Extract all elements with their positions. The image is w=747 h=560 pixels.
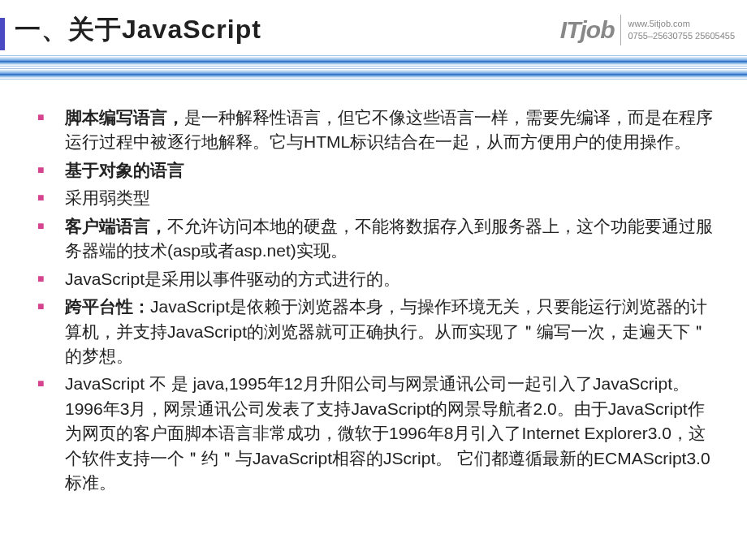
list-item: 跨平台性：JavaScript是依赖于浏览器本身，与操作环境无关，只要能运行浏览… [65, 295, 715, 368]
list-item: 采用弱类型 [65, 186, 715, 210]
bullet-text: 采用弱类型 [65, 188, 150, 207]
brand-logo: ITjob [560, 16, 615, 44]
bullet-text: JavaScript是依赖于浏览器本身，与操作环境无关，只要能运行浏览器的计算机… [65, 297, 707, 365]
bullet-lead: 脚本编写语言， [65, 108, 184, 127]
brand-phone: 0755–25630755 25605455 [628, 30, 735, 42]
decorative-bar-2 [0, 68, 747, 80]
bullet-lead: 基于对象的语言 [65, 161, 184, 179]
list-item: 脚本编写语言，是一种解释性语言，但它不像这些语言一样，需要先编译，而是在程序运行… [65, 106, 715, 155]
bullet-text: JavaScript 不 是 java,1995年12月升阳公司与网景通讯公司一… [65, 374, 710, 492]
brand-contact: www.5itjob.com 0755–25630755 25605455 [628, 18, 735, 43]
brand-url: www.5itjob.com [628, 18, 735, 30]
bullet-list: 脚本编写语言，是一种解释性语言，但它不像这些语言一样，需要先编译，而是在程序运行… [65, 106, 715, 496]
list-item: JavaScript是采用以事件驱动的方式进行的。 [65, 267, 715, 291]
slide-title: 一、关于JavaScript [15, 12, 261, 48]
list-item: 基于对象的语言 [65, 158, 715, 183]
list-item: 客户端语言，不允许访问本地的硬盘，不能将数据存入到服务器上，这个功能要通过服务器… [65, 214, 715, 264]
bullet-lead: 客户端语言， [65, 217, 167, 235]
brand-divider [620, 15, 621, 45]
slide-header: 一、关于JavaScript ITjob www.5itjob.com 0755… [0, 0, 747, 81]
decorative-bars [0, 55, 747, 80]
bullet-text: JavaScript是采用以事件驱动的方式进行的。 [65, 269, 400, 288]
slide-body: 脚本编写语言，是一种解释性语言，但它不像这些语言一样，需要先编译，而是在程序运行… [0, 81, 747, 496]
title-accent-bar [0, 18, 5, 50]
bullet-lead: 跨平台性： [65, 297, 150, 316]
brand-area: ITjob www.5itjob.com 0755–25630755 25605… [560, 15, 735, 45]
list-item: JavaScript 不 是 java,1995年12月升阳公司与网景通讯公司一… [65, 372, 715, 495]
decorative-bar-1 [0, 55, 747, 67]
